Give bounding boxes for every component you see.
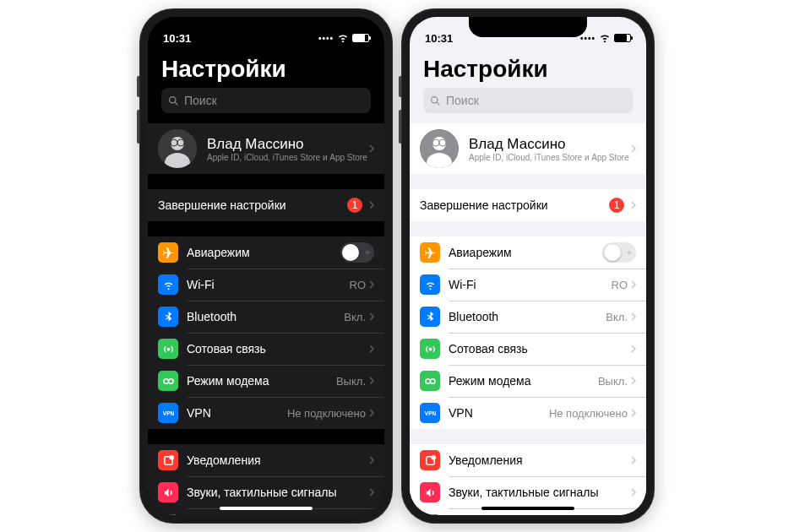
svg-point-0 <box>170 96 176 102</box>
home-indicator[interactable] <box>481 507 574 510</box>
chevron-right-icon <box>631 377 636 385</box>
sounds-row[interactable]: Звуки, тактильные сигналы <box>410 476 646 508</box>
cellular-row[interactable]: Сотовая связь <box>410 333 646 365</box>
row-value: Не подключено <box>549 407 628 420</box>
cellular-icon <box>420 339 440 359</box>
cellular-icon <box>158 339 178 359</box>
svg-point-20 <box>430 378 435 383</box>
sounds-icon <box>158 482 178 502</box>
signal-icon: •••• <box>318 34 334 43</box>
hotspot-row[interactable]: Режим модема Выкл. <box>148 365 384 397</box>
row-label: Авиарежим <box>187 246 340 259</box>
chevron-right-icon <box>631 409 636 417</box>
airplane-row[interactable]: Авиарежим <box>148 236 384 269</box>
status-time: 10:31 <box>163 32 191 45</box>
badge: 1 <box>347 198 362 213</box>
search-icon <box>168 95 179 106</box>
page-title: Настройки <box>410 49 646 88</box>
row-value: Вкл. <box>344 311 366 323</box>
svg-text:VPN: VPN <box>162 410 174 416</box>
chevron-right-icon <box>369 377 374 385</box>
chevron-right-icon <box>369 345 374 353</box>
wifi-icon <box>599 34 611 42</box>
search-input[interactable]: Поиск <box>423 88 633 113</box>
search-icon <box>430 95 441 106</box>
chevron-right-icon <box>631 345 636 353</box>
row-value: RO <box>350 279 367 291</box>
vpn-row[interactable]: VPN VPN Не подключено <box>148 397 384 429</box>
airplane-toggle[interactable] <box>602 242 636 263</box>
finish-setup-label: Завершение настройки <box>158 198 347 212</box>
wifi-icon <box>420 274 440 295</box>
profile-row[interactable]: Влад Массино Apple ID, iCloud, iTunes St… <box>148 123 384 174</box>
row-label: Bluetooth <box>449 310 606 323</box>
airplane-icon <box>158 242 178 263</box>
battery-icon <box>614 34 631 42</box>
row-label: Звуки, тактильные сигналы <box>187 486 369 499</box>
vpn-row[interactable]: VPN VPN Не подключено <box>410 397 646 429</box>
dnd-icon <box>158 514 178 515</box>
row-value: Выкл. <box>598 375 628 388</box>
phone-dark: 10:31 •••• Настройки Поиск Влад Массин <box>139 8 393 524</box>
sounds-row[interactable]: Звуки, тактильные сигналы <box>148 476 384 508</box>
row-label: Bluetooth <box>187 310 344 323</box>
row-label: Уведомления <box>449 453 631 467</box>
airplane-toggle[interactable] <box>340 242 374 263</box>
notifications-row[interactable]: Уведомления <box>410 444 646 476</box>
home-indicator[interactable] <box>220 507 313 510</box>
profile-row[interactable]: Влад Массино Apple ID, iCloud, iTunes St… <box>410 123 646 174</box>
svg-line-13 <box>437 102 439 105</box>
airplane-row[interactable]: Авиарежим <box>410 236 646 269</box>
chevron-right-icon <box>631 312 636 321</box>
signal-icon: •••• <box>580 34 596 43</box>
wifi-row[interactable]: Wi-Fi RO <box>410 269 646 301</box>
finish-setup-row[interactable]: Завершение настройки 1 <box>148 189 384 221</box>
notch <box>207 17 325 37</box>
phone-light: 10:31 •••• Настройки Поиск Влад Массин <box>401 8 655 524</box>
notifications-row[interactable]: Уведомления <box>148 444 384 476</box>
row-label: Wi-Fi <box>187 278 350 291</box>
chevron-right-icon <box>369 201 374 209</box>
svg-point-19 <box>425 378 430 383</box>
chevron-right-icon <box>631 201 636 209</box>
status-icons: •••• <box>580 34 631 43</box>
svg-point-12 <box>432 96 438 102</box>
row-label: Сотовая связь <box>187 342 369 356</box>
svg-point-8 <box>168 378 173 383</box>
row-label: Режим модема <box>449 374 598 388</box>
chevron-right-icon <box>631 144 636 153</box>
row-label: Сотовая связь <box>449 342 631 356</box>
hotspot-row[interactable]: Режим модема Выкл. <box>410 365 646 397</box>
badge: 1 <box>609 198 624 213</box>
finish-setup-row[interactable]: Завершение настройки 1 <box>410 189 646 221</box>
wifi-row[interactable]: Wi-Fi RO <box>148 269 384 301</box>
row-label: VPN <box>187 406 287 420</box>
chevron-right-icon <box>369 456 374 464</box>
row-label: Уведомления <box>187 453 369 467</box>
status-icons: •••• <box>318 34 369 43</box>
row-label: Wi-Fi <box>449 278 612 291</box>
hotspot-icon <box>158 371 178 391</box>
bluetooth-row[interactable]: Bluetooth Вкл. <box>410 301 646 333</box>
airplane-icon <box>420 242 440 263</box>
row-value: Вкл. <box>606 311 628 323</box>
chevron-right-icon <box>631 280 636 289</box>
avatar <box>158 129 197 168</box>
search-input[interactable]: Поиск <box>161 88 371 113</box>
bluetooth-row[interactable]: Bluetooth Вкл. <box>148 301 384 333</box>
profile-subtitle: Apple ID, iCloud, iTunes Store и App Sto… <box>207 153 369 162</box>
chevron-right-icon <box>631 456 636 464</box>
chevron-right-icon <box>369 409 374 417</box>
battery-icon <box>352 34 369 42</box>
notifications-icon <box>158 450 178 470</box>
chevron-right-icon <box>369 144 374 153</box>
vpn-icon: VPN <box>420 403 440 423</box>
row-label: Авиарежим <box>449 246 602 259</box>
hotspot-icon <box>420 371 440 391</box>
chevron-right-icon <box>631 488 636 497</box>
avatar <box>420 129 459 168</box>
dnd-icon <box>420 514 440 515</box>
wifi-icon <box>158 274 178 295</box>
sounds-icon <box>420 482 440 502</box>
cellular-row[interactable]: Сотовая связь <box>148 333 384 365</box>
